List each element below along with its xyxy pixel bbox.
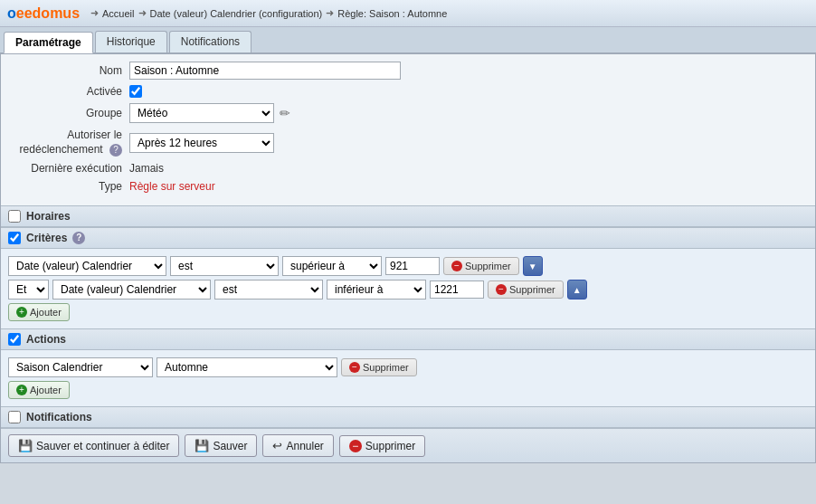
autoriser-select[interactable]: Après 12 heures Jamais Toujours: [129, 133, 274, 153]
criteria-cond-select-0[interactable]: est: [170, 256, 279, 276]
notifications-checkbox[interactable]: [8, 411, 21, 423]
action-select1-0[interactable]: Saison Calendrier: [8, 357, 153, 377]
groupe-edit-icon[interactable]: ✏: [280, 106, 290, 120]
remove-circle-icon-1: −: [496, 284, 507, 295]
cancel-icon: ↩: [272, 439, 282, 452]
horaires-checkbox[interactable]: [8, 210, 21, 223]
criteria-row-0: Date (valeur) Calendrier est supérieur à…: [8, 256, 808, 276]
groupe-row: Groupe Météo Autres ✏: [12, 103, 804, 123]
actions-label: Actions: [26, 333, 66, 346]
actions-add-circle-icon: +: [16, 385, 27, 395]
tab-parametrage[interactable]: Paramétrage: [4, 32, 93, 53]
criteria-main-select-1[interactable]: Date (valeur) Calendrier: [52, 280, 211, 300]
criteria-and-select-1[interactable]: Et Ou: [8, 280, 49, 300]
criteria-up-btn-1[interactable]: ▲: [567, 280, 587, 300]
criteres-help-icon[interactable]: ?: [72, 232, 85, 244]
cancel-label: Annuler: [286, 440, 323, 452]
groupe-label: Groupe: [12, 107, 129, 119]
breadcrumb: ➜ Accueil ➜ Date (valeur) Calendrier (co…: [87, 7, 447, 19]
actions-body: Saison Calendrier Automne Printemps Été …: [1, 350, 815, 406]
nom-row: Nom: [12, 62, 804, 80]
main-content: Nom Activée Groupe Météo Autres ✏ Autori…: [0, 53, 816, 463]
notifications-section-header[interactable]: Notifications: [1, 406, 815, 428]
groupe-select[interactable]: Météo Autres: [129, 103, 274, 123]
derniere-label: Dernière exécution: [12, 162, 129, 175]
criteria-remove-btn-1[interactable]: − Supprimer: [488, 281, 564, 299]
cancel-button[interactable]: ↩ Annuler: [262, 434, 333, 457]
actions-checkbox[interactable]: [8, 333, 21, 346]
type-label: Type: [12, 180, 129, 193]
logo: oeedomus: [7, 5, 80, 22]
criteres-label: Critères: [26, 232, 67, 244]
derniere-value: Jamais: [129, 162, 164, 175]
nom-input[interactable]: [129, 62, 401, 80]
tab-historique[interactable]: Historique: [95, 31, 167, 52]
supprimer-label-0: Supprimer: [465, 261, 511, 271]
delete-circle-icon: −: [349, 440, 362, 452]
save-icon: 💾: [195, 439, 209, 452]
save-button[interactable]: 💾 Sauver: [185, 434, 257, 457]
horaires-section-header[interactable]: Horaires: [1, 205, 815, 227]
criteria-comp-select-0[interactable]: supérieur à inférieur à égal à: [282, 256, 382, 276]
breadcrumb-arrow-1: ➜: [138, 7, 147, 19]
actions-section-header[interactable]: Actions: [1, 328, 815, 350]
criteres-checkbox[interactable]: [8, 232, 21, 244]
notifications-label: Notifications: [26, 411, 92, 423]
add-circle-icon: +: [16, 307, 27, 318]
breadcrumb-arrow-0: ➜: [90, 7, 99, 19]
criteria-cond-select-1[interactable]: est: [214, 280, 323, 300]
save-label: Sauver: [213, 440, 247, 452]
autoriser-row: Autoriser leredéclenchement ? Après 12 h…: [12, 128, 804, 157]
breadcrumb-arrow-2: ➜: [326, 7, 334, 19]
tab-bar: Paramétrage Historique Notifications: [0, 27, 816, 53]
type-value: Règle sur serveur: [129, 180, 215, 193]
remove-circle-icon-0: −: [451, 261, 462, 271]
supprimer-label-1: Supprimer: [509, 284, 555, 295]
action-supprimer-label-0: Supprimer: [363, 362, 409, 373]
criteria-value-0[interactable]: [385, 257, 440, 275]
actions-add-btn[interactable]: + Ajouter: [8, 381, 70, 399]
actions-add-row: + Ajouter: [8, 381, 808, 399]
criteres-body: Date (valeur) Calendrier est supérieur à…: [1, 249, 815, 328]
bottom-bar: 💾 Sauver et continuer à éditer 💾 Sauver …: [1, 428, 815, 462]
horaires-label: Horaires: [26, 210, 71, 223]
criteria-add-row: + Ajouter: [8, 303, 808, 321]
criteres-section-header[interactable]: Critères ?: [1, 227, 815, 249]
activee-checkbox[interactable]: [129, 85, 142, 98]
tab-notifications[interactable]: Notifications: [169, 31, 251, 52]
action-select2-0[interactable]: Automne Printemps Été Hiver: [157, 357, 337, 377]
delete-button[interactable]: − Supprimer: [339, 435, 425, 457]
breadcrumb-item-0[interactable]: Accueil: [102, 8, 134, 19]
ajouter-label: Ajouter: [30, 307, 62, 318]
autoriser-label: Autoriser leredéclenchement ?: [12, 128, 129, 157]
breadcrumb-item-1[interactable]: Date (valeur) Calendrier (configuration): [150, 8, 323, 19]
form-area: Nom Activée Groupe Météo Autres ✏ Autori…: [1, 54, 815, 205]
breadcrumb-item-2: Règle: Saison : Automne: [337, 8, 447, 19]
criteria-add-btn[interactable]: + Ajouter: [8, 303, 70, 321]
criteria-value-1[interactable]: [430, 281, 484, 299]
logo-o: o: [7, 5, 16, 21]
nom-label: Nom: [12, 64, 129, 77]
type-row: Type Règle sur serveur: [12, 180, 804, 193]
autoriser-help-icon[interactable]: ?: [109, 144, 122, 157]
activee-label: Activée: [12, 85, 129, 98]
criteria-down-btn-0[interactable]: ▼: [523, 256, 543, 276]
logo-text: eedomus: [16, 5, 80, 21]
delete-label: Supprimer: [365, 440, 415, 452]
criteria-main-select-0[interactable]: Date (valeur) Calendrier: [8, 256, 166, 276]
derniere-row: Dernière exécution Jamais: [12, 162, 804, 175]
activee-row: Activée: [12, 85, 804, 98]
action-remove-circle-0: −: [349, 362, 360, 373]
save-continue-label: Sauver et continuer à éditer: [36, 440, 169, 452]
action-remove-btn-0[interactable]: − Supprimer: [341, 358, 417, 376]
criteria-comp-select-1[interactable]: inférieur à supérieur à égal à: [327, 280, 426, 300]
criteria-row-1: Et Ou Date (valeur) Calendrier est infér…: [8, 280, 808, 300]
save-continue-icon: 💾: [18, 439, 33, 452]
actions-ajouter-label: Ajouter: [30, 385, 62, 395]
save-continue-button[interactable]: 💾 Sauver et continuer à éditer: [8, 434, 179, 457]
top-bar: oeedomus ➜ Accueil ➜ Date (valeur) Calen…: [0, 0, 816, 27]
action-row-0: Saison Calendrier Automne Printemps Été …: [8, 357, 808, 377]
criteria-remove-btn-0[interactable]: − Supprimer: [443, 257, 519, 275]
